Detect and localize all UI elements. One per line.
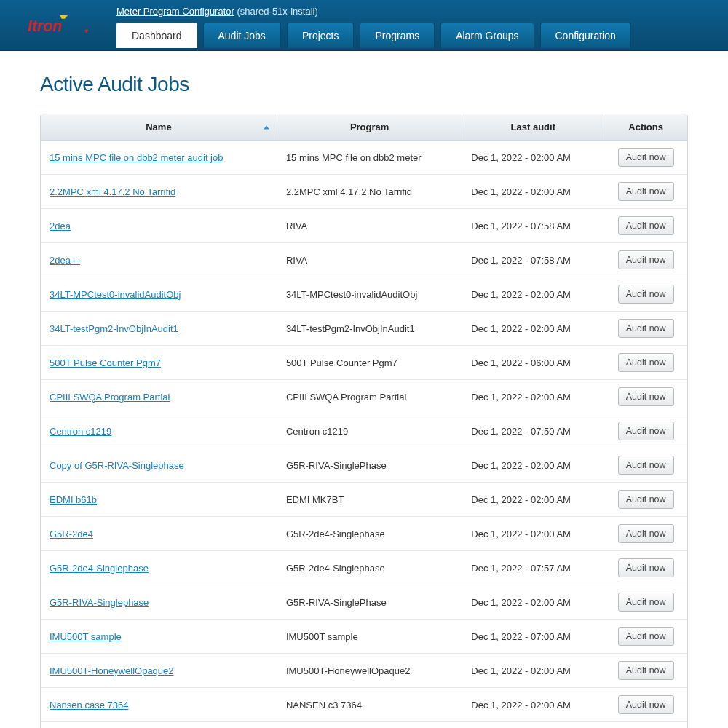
- audit-job-link[interactable]: 2dea---: [50, 255, 80, 266]
- page-title: Active Audit Jobs: [40, 73, 688, 96]
- app-title: Meter Program Configurator (shared-51x-i…: [116, 6, 728, 17]
- audit-now-button[interactable]: Audit now: [618, 216, 674, 235]
- audit-now-button[interactable]: Audit now: [618, 319, 674, 338]
- audit-job-link[interactable]: CPIII SWQA Program Partial: [50, 392, 170, 403]
- audit-job-link[interactable]: 500T Pulse Counter Pgm7: [50, 357, 161, 368]
- app-title-link[interactable]: Meter Program Configurator: [116, 6, 234, 17]
- audit-now-button[interactable]: Audit now: [618, 627, 674, 646]
- table-row: CPIII SWQA Program PartialCPIII SWQA Pro…: [41, 379, 687, 414]
- audit-now-button[interactable]: Audit now: [618, 524, 674, 543]
- program-cell: G5R-RIVA-SinglePhase: [277, 585, 462, 619]
- program-cell: IMU500T sample: [277, 619, 462, 653]
- table-row: G5R-2de4G5R-2de4-SinglephaseDec 1, 2022 …: [41, 516, 687, 550]
- audit-now-button[interactable]: Audit now: [618, 387, 674, 406]
- table-row: 34LT-testPgm2-InvObjInAudit134LT-testPgm…: [41, 311, 687, 345]
- audit-now-button[interactable]: Audit now: [618, 250, 674, 269]
- app-title-suffix: (shared-51x-install): [237, 6, 317, 17]
- logo[interactable]: Itron: [0, 0, 116, 51]
- audit-job-link[interactable]: Nansen case 7364: [50, 700, 128, 711]
- nav-item-configuration[interactable]: Configuration: [540, 23, 631, 48]
- col-header-actions[interactable]: Actions: [604, 114, 687, 141]
- last-audit-cell: Dec 1, 2022 - 02:00 AM: [462, 516, 604, 550]
- program-cell: 15 mins MPC file on dbb2 meter: [277, 141, 462, 174]
- audit-job-link[interactable]: 2.2MPC xml 4.17.2 No Tarrifid: [50, 186, 175, 197]
- last-audit-cell: Dec 1, 2022 - 06:00 AM: [462, 345, 604, 379]
- last-audit-cell: Dec 1, 2022 - 07:57 AM: [462, 550, 604, 585]
- program-cell: NANSEN c3 7364: [277, 687, 462, 721]
- audit-job-link[interactable]: G5R-2de4: [50, 529, 93, 539]
- col-header-name-label: Name: [146, 122, 171, 132]
- audit-job-link[interactable]: 34LT-testPgm2-InvObjInAudit1: [50, 323, 178, 334]
- table-row: 2dea---RIVADec 1, 2022 - 07:58 AMAudit n…: [41, 242, 687, 277]
- program-cell: EDMI MK7BT: [277, 482, 462, 516]
- audit-job-link[interactable]: 15 mins MPC file on dbb2 meter audit job: [50, 152, 223, 163]
- audit-job-link[interactable]: G5R-2de4-Singlephase: [50, 563, 149, 574]
- audit-job-link[interactable]: 2dea: [50, 221, 71, 232]
- svg-text:Itron: Itron: [28, 18, 62, 36]
- program-cell: RIVA: [277, 208, 462, 242]
- table-row: IMU500T-HoneywellOpaque2IMU500T-Honeywel…: [41, 653, 687, 687]
- table-row: 500T Pulse Counter Pgm7500T Pulse Counte…: [41, 345, 687, 379]
- content: Active Audit Jobs Name Program Last audi…: [0, 51, 728, 728]
- audit-now-button[interactable]: Audit now: [618, 353, 674, 372]
- audit-now-button[interactable]: Audit now: [618, 148, 674, 167]
- audit-now-button[interactable]: Audit now: [618, 593, 674, 612]
- table-row: Nansen case 7364NANSEN c3 7364Dec 1, 202…: [41, 687, 687, 721]
- main-nav: DashboardAudit JobsProjectsProgramsAlarm…: [116, 23, 728, 48]
- table-row: Centron c1219Centron c1219Dec 1, 2022 - …: [41, 414, 687, 448]
- table-row: Copy of G5R-RIVA-SinglephaseG5R-RIVA-Sin…: [41, 448, 687, 482]
- col-header-name[interactable]: Name: [41, 114, 277, 141]
- program-cell: CPIII SWQA Program Partial: [277, 379, 462, 414]
- audit-jobs-table: Name Program Last audit Actions 15 mins …: [40, 114, 688, 728]
- sort-asc-icon: [264, 125, 269, 129]
- audit-job-link[interactable]: G5R-RIVA-Singlephase: [50, 597, 149, 608]
- audit-now-button[interactable]: Audit now: [618, 422, 674, 440]
- last-audit-cell: Dec 1, 2022 - 02:00 AM: [462, 277, 604, 311]
- audit-job-link[interactable]: IMU500T-HoneywellOpaque2: [50, 665, 174, 676]
- last-audit-cell: Dec 1, 2022 - 02:00 AM: [462, 174, 604, 208]
- last-audit-cell: Dec 1, 2022 - 02:00 AM: [462, 311, 604, 345]
- nav-item-programs[interactable]: Programs: [360, 23, 435, 48]
- audit-now-button[interactable]: Audit now: [618, 695, 674, 714]
- audit-now-button[interactable]: Audit now: [618, 558, 674, 577]
- audit-job-link[interactable]: 34LT-MPCtest0-invalidAuditObj: [50, 289, 181, 300]
- nav-item-audit-jobs[interactable]: Audit Jobs: [203, 23, 281, 48]
- nav-item-projects[interactable]: Projects: [287, 23, 355, 48]
- table-row: G5R-2de4-SinglephaseG5R-2de4-Singlephase…: [41, 550, 687, 585]
- itron-logo-icon: Itron: [28, 12, 90, 39]
- last-audit-cell: Dec 1, 2022 - 07:00 AM: [462, 619, 604, 653]
- last-audit-cell: Dec 1, 2022 - 02:00 AM: [462, 721, 604, 728]
- nav-item-alarm-groups[interactable]: Alarm Groups: [440, 23, 534, 48]
- table-row: 15 mins MPC file on dbb2 meter audit job…: [41, 141, 687, 174]
- program-cell: 34LT-testPgm2-InvObjInAudit1: [277, 311, 462, 345]
- table-row: 34LT-MPCtest0-invalidAuditObj34LT-MPCtes…: [41, 277, 687, 311]
- audit-now-button[interactable]: Audit now: [618, 490, 674, 509]
- audit-now-button[interactable]: Audit now: [618, 456, 674, 475]
- program-cell: G5R-2de4-Singlephase: [277, 516, 462, 550]
- last-audit-cell: Dec 1, 2022 - 07:50 AM: [462, 414, 604, 448]
- program-cell: RIVA: [277, 242, 462, 277]
- topbar-right: Meter Program Configurator (shared-51x-i…: [116, 0, 728, 48]
- col-header-program[interactable]: Program: [277, 114, 462, 141]
- last-audit-cell: Dec 1, 2022 - 02:00 AM: [462, 585, 604, 619]
- last-audit-cell: Dec 1, 2022 - 02:00 AM: [462, 448, 604, 482]
- table-row: 2deaRIVADec 1, 2022 - 07:58 AMAudit now: [41, 208, 687, 242]
- audit-job-link[interactable]: IMU500T sample: [50, 631, 122, 642]
- svg-marker-2: [84, 30, 88, 34]
- audit-job-link[interactable]: EDMI b61b: [50, 494, 97, 505]
- audit-now-button[interactable]: Audit now: [618, 285, 674, 304]
- audit-now-button[interactable]: Audit now: [618, 182, 674, 201]
- program-cell: NANSEN CASE 2: [277, 721, 462, 728]
- nav-item-dashboard[interactable]: Dashboard: [116, 23, 197, 48]
- col-header-lastaudit[interactable]: Last audit: [462, 114, 604, 141]
- top-bar: Itron Meter Program Configurator (shared…: [0, 0, 728, 51]
- last-audit-cell: Dec 1, 2022 - 02:00 AM: [462, 687, 604, 721]
- table-row: EDMI b61bEDMI MK7BTDec 1, 2022 - 02:00 A…: [41, 482, 687, 516]
- last-audit-cell: Dec 1, 2022 - 07:58 AM: [462, 242, 604, 277]
- last-audit-cell: Dec 1, 2022 - 02:00 AM: [462, 653, 604, 687]
- audit-job-link[interactable]: Centron c1219: [50, 426, 111, 437]
- audit-job-link[interactable]: Copy of G5R-RIVA-Singlephase: [50, 460, 184, 471]
- program-cell: G5R-RIVA-SinglePhase: [277, 448, 462, 482]
- audit-now-button[interactable]: Audit now: [618, 661, 674, 680]
- last-audit-cell: Dec 1, 2022 - 02:00 AM: [462, 141, 604, 174]
